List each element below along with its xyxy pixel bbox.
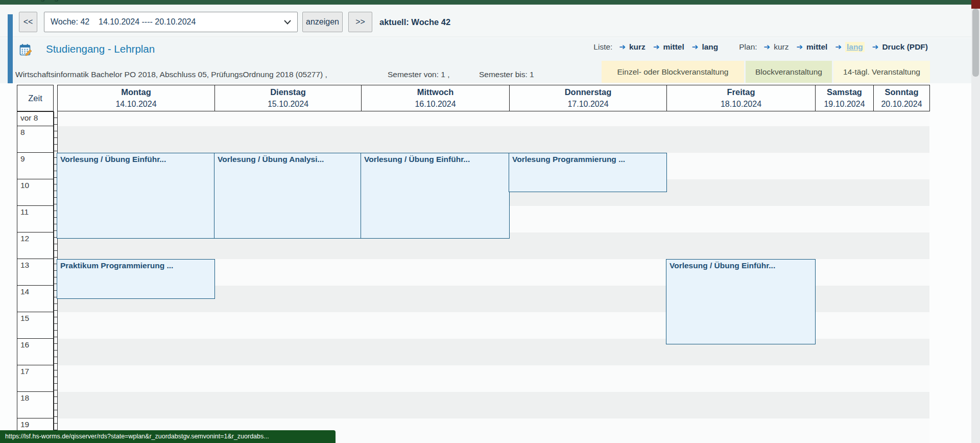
day-name: Donnerstag bbox=[565, 86, 612, 98]
time-row-label: 15 bbox=[17, 312, 54, 339]
arrow-right-icon: ➔ bbox=[872, 42, 879, 52]
next-week-button[interactable]: >> bbox=[348, 12, 372, 32]
week-select-value: Woche: 42 14.10.2024 ---- 20.10.2024 bbox=[51, 17, 284, 27]
semester-from-label: Semester von: 1 , bbox=[388, 70, 449, 79]
arrow-right-icon: ➔ bbox=[653, 42, 660, 52]
event-block[interactable]: Vorlesung / Übung Analysi... bbox=[214, 153, 362, 239]
view-link-mittel[interactable]: mittel bbox=[806, 42, 827, 52]
program-label: Wirtschaftsinformatik Bachelor PO 2018, … bbox=[15, 70, 327, 79]
clipped-header-text: Studiengang-Plan bbox=[12, 0, 78, 2]
day-date: 19.10.2024 bbox=[824, 98, 865, 110]
day-header-sonntag: Sonntag20.10.2024 bbox=[873, 85, 930, 111]
browser-viewport: Studiengang-Plan << Woche: 42 14.10.2024… bbox=[0, 0, 980, 443]
accent-stripe bbox=[8, 14, 13, 83]
day-name: Sonntag bbox=[885, 86, 919, 98]
time-row-label: 11 bbox=[17, 205, 54, 232]
arrow-right-icon: ➔ bbox=[692, 42, 699, 52]
event-block[interactable]: Praktikum Programmierung ... bbox=[57, 259, 215, 299]
time-row-label: 12 bbox=[17, 232, 54, 259]
current-week-label: aktuell: Woche 42 bbox=[379, 12, 450, 32]
arrow-right-icon: ➔ bbox=[796, 42, 803, 52]
day-name: Freitag bbox=[727, 86, 755, 98]
view-link-druck-pdf-[interactable]: Druck (PDF) bbox=[882, 42, 928, 52]
hour-band bbox=[58, 126, 929, 153]
event-block[interactable]: Vorlesung / Übung Einführ... bbox=[666, 259, 816, 344]
page-title: Studiengang - Lehrplan bbox=[46, 43, 155, 55]
legend-badge: 14-tägl. Veranstaltung bbox=[833, 61, 930, 83]
day-header-samstag: Samstag19.10.2024 bbox=[815, 85, 874, 111]
view-link-kurz[interactable]: kurz bbox=[629, 42, 646, 52]
time-row-label: 17 bbox=[17, 365, 54, 392]
view-link-mittel[interactable]: mittel bbox=[663, 42, 684, 52]
event-block[interactable]: Vorlesung / Übung Einführ... bbox=[57, 153, 215, 239]
semester-to-label: Semester bis: 1 bbox=[479, 70, 534, 79]
day-header-montag: Montag14.10.2024 bbox=[57, 85, 215, 111]
week-select[interactable]: Woche: 42 14.10.2024 ---- 20.10.2024 bbox=[44, 12, 298, 32]
vertical-scrollbar[interactable] bbox=[971, 9, 980, 443]
chevron-down-icon bbox=[284, 20, 291, 25]
day-name: Dienstag bbox=[270, 86, 306, 98]
time-row-label: 16 bbox=[17, 338, 54, 365]
view-link-lang[interactable]: lang bbox=[845, 42, 865, 52]
time-row-label: vor 8 bbox=[17, 111, 54, 126]
view-link-kurz[interactable]: kurz bbox=[774, 42, 788, 52]
arrow-right-icon: ➔ bbox=[764, 42, 771, 52]
day-name: Mittwoch bbox=[417, 86, 454, 98]
arrow-right-icon: ➔ bbox=[619, 42, 626, 52]
time-row-label: 13 bbox=[17, 259, 54, 286]
day-name: Samstag bbox=[827, 86, 862, 98]
day-date: 20.10.2024 bbox=[881, 98, 922, 110]
browser-top-bar: Studiengang-Plan bbox=[0, 0, 980, 5]
time-row-label: 10 bbox=[17, 179, 54, 206]
hour-band bbox=[58, 111, 929, 126]
hour-band bbox=[58, 392, 929, 418]
nav-group-label: Liste: bbox=[593, 42, 612, 52]
day-header-dienstag: Dienstag15.10.2024 bbox=[214, 85, 362, 111]
view-links-nav: Liste:➔kurz➔mittel➔langPlan:➔kurz➔mittel… bbox=[593, 41, 936, 53]
prev-week-button[interactable]: << bbox=[19, 12, 37, 32]
legend-badge: Einzel- oder Blockveranstaltung bbox=[602, 61, 744, 83]
anzeigen-button[interactable]: anzeigen bbox=[302, 12, 343, 32]
time-row-label: 8 bbox=[17, 126, 54, 153]
time-column-header: Zeit bbox=[17, 85, 54, 111]
day-date: 17.10.2024 bbox=[567, 98, 608, 110]
hour-band bbox=[58, 365, 929, 392]
day-name: Montag bbox=[121, 86, 151, 98]
calendar-edit-icon bbox=[19, 43, 32, 57]
day-date: 14.10.2024 bbox=[115, 98, 156, 110]
arrow-right-icon: ➔ bbox=[835, 42, 842, 52]
legend-badge: Blockveranstaltung bbox=[746, 61, 832, 83]
event-block[interactable]: Vorlesung / Übung Einführ... bbox=[361, 153, 510, 239]
day-header-mittwoch: Mittwoch16.10.2024 bbox=[361, 85, 510, 111]
day-date: 18.10.2024 bbox=[721, 98, 761, 110]
time-row-label: 9 bbox=[17, 152, 54, 179]
day-date: 16.10.2024 bbox=[415, 98, 456, 110]
status-bar-url: https://lsf.hs-worms.de/qisserver/rds?st… bbox=[0, 430, 336, 443]
nav-group-label: Plan: bbox=[739, 42, 757, 52]
scrollbar-thumb[interactable] bbox=[972, 9, 979, 77]
time-row-label: 18 bbox=[17, 391, 54, 418]
day-header-freitag: Freitag18.10.2024 bbox=[666, 85, 816, 111]
day-header-donnerstag: Donnerstag17.10.2024 bbox=[509, 85, 667, 111]
event-block[interactable]: Vorlesung Programmierung ... bbox=[509, 153, 667, 192]
scroll-corner bbox=[971, 0, 980, 9]
day-date: 15.10.2024 bbox=[268, 98, 308, 110]
time-row-label: 14 bbox=[17, 285, 54, 312]
view-link-lang[interactable]: lang bbox=[702, 42, 718, 52]
